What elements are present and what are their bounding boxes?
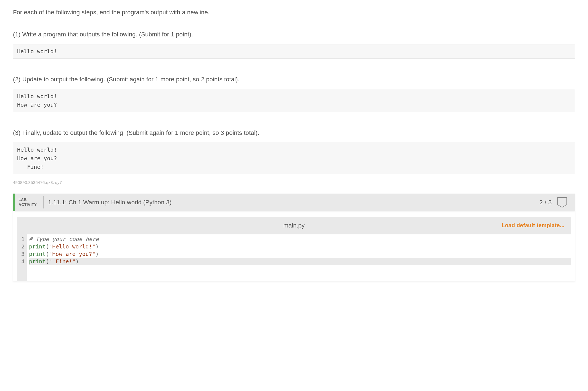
step-1-label: (1) Write a program that outputs the fol…	[13, 30, 575, 39]
code-token-string: "Hello world!"	[49, 243, 96, 250]
line-number: 4	[20, 258, 25, 265]
code-line[interactable]: print("How are you?")	[29, 250, 571, 258]
line-number: 3	[20, 250, 25, 258]
code-token-comment: # Type your code here	[29, 236, 99, 242]
file-name: main.py	[283, 221, 304, 230]
code-token-paren: )	[96, 251, 99, 257]
intro-text: For each of the following steps, end the…	[13, 8, 575, 17]
code-token-func: print	[29, 251, 46, 257]
lab-title: 1.11.1: Ch 1 Warm up: Hello world (Pytho…	[48, 198, 539, 207]
line-number: 2	[20, 243, 25, 250]
code-line[interactable]: # Type your code here	[29, 235, 571, 243]
code-editor[interactable]: 1 2 3 4 # Type your code here print("Hel…	[17, 234, 571, 266]
code-token-paren: (	[46, 243, 49, 250]
code-token-paren: )	[96, 243, 99, 250]
code-line[interactable]: print("Hello world!")	[29, 243, 571, 250]
hash-id: 490890.3536476.qx3zqy7	[13, 179, 575, 186]
code-token-func: print	[29, 243, 46, 250]
lab-score: 2 / 3	[539, 198, 552, 207]
bookmark-icon[interactable]	[557, 197, 567, 208]
code-token-paren: )	[76, 258, 79, 265]
step-3-label: (3) Finally, update to output the follow…	[13, 128, 575, 138]
page-root: For each of the following steps, end the…	[0, 0, 588, 391]
code-line[interactable]: print(" Fine!")	[29, 258, 571, 265]
gutter-filler	[17, 266, 27, 281]
code-token-paren: (	[46, 258, 49, 265]
editor-container: main.py Load default template... 1 2 3 4…	[13, 211, 575, 281]
lab-tag-line2: ACTIVITY	[18, 202, 42, 207]
step-3-output: Hello world! How are you? Fine!	[13, 143, 575, 174]
step-1-output: Hello world!	[13, 44, 575, 59]
step-2-label: (2) Update to output the following. (Sub…	[13, 75, 575, 84]
line-number: 1	[20, 235, 25, 243]
line-number-gutter: 1 2 3 4	[17, 234, 27, 266]
code-token-func: print	[29, 258, 46, 265]
lab-divider	[43, 196, 44, 208]
lab-activity-header: LAB ACTIVITY 1.11.1: Ch 1 Warm up: Hello…	[13, 194, 575, 211]
code-token-string: " Fine!"	[49, 258, 75, 265]
load-default-template-button[interactable]: Load default template...	[502, 221, 565, 230]
lab-tag-line1: LAB	[18, 197, 42, 202]
code-token-string: "How are you?"	[49, 251, 96, 257]
lab-tag: LAB ACTIVITY	[15, 197, 42, 207]
code-token-paren: (	[46, 251, 49, 257]
code-lines[interactable]: # Type your code here print("Hello world…	[27, 234, 571, 266]
step-2-output: Hello world! How are you?	[13, 89, 575, 112]
file-tab-bar: main.py Load default template...	[17, 217, 571, 234]
